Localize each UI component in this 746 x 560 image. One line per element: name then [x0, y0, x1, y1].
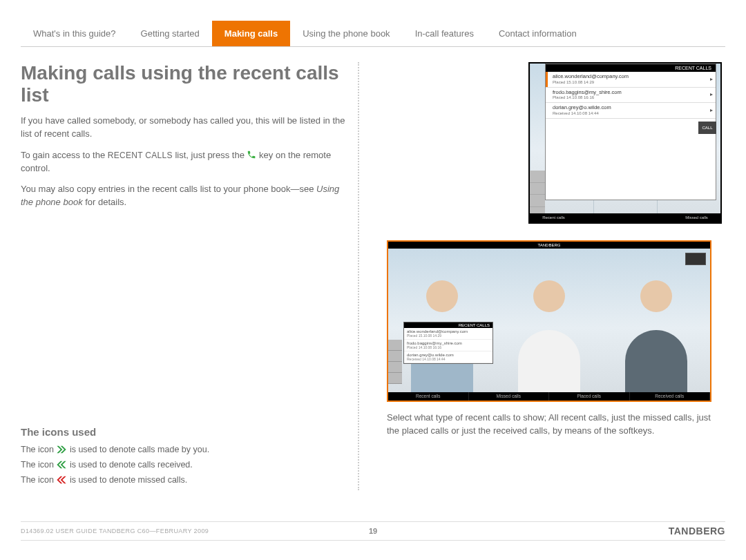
softkey[interactable]: Recent calls — [530, 213, 577, 222]
recent-calls-panel: RECENT CALLS alice.wonderland@company.co… — [545, 64, 716, 200]
tab-getting-started[interactable]: Getting started — [128, 21, 212, 46]
screenshot-recent-calls-menu: RECENT CALLS alice.wonderland@company.co… — [528, 62, 722, 224]
softkey[interactable]: Missed calls — [673, 213, 720, 222]
paragraph-intro: If you have called somebody, or somebody… — [21, 115, 351, 141]
screenshot-softkeys: TANDBERG RECENT CALLS alice.wonderland@c… — [387, 240, 711, 402]
icons-used-section: The icons used The icon is used to denot… — [21, 426, 344, 490]
icon-desc-placed: The icon is used to denote calls made by… — [21, 445, 344, 454]
tab-making-calls[interactable]: Making calls — [212, 21, 290, 46]
list-item[interactable]: alice.wonderland@company.com▸ Placed 15.… — [546, 72, 716, 88]
chevron-right-icon: ▸ — [710, 92, 713, 98]
softkey-missed[interactable]: Missed calls — [469, 391, 550, 400]
screenshot-caption: Select what type of recent calls to show… — [387, 412, 725, 438]
paragraph-access: To gain access to the RECENT CALLS list,… — [21, 149, 351, 175]
pip-window — [685, 253, 706, 265]
chevron-right-icon: ▸ — [710, 76, 713, 82]
chevron-right-icon: ▸ — [710, 107, 713, 113]
received-call-icon — [56, 460, 67, 470]
brand-logo: TANDBERG — [669, 525, 725, 537]
tab-phone-book[interactable]: Using the phone book — [290, 21, 402, 46]
icon-desc-missed: The icon is used to denote missed calls. — [21, 475, 344, 485]
list-item[interactable]: frodo.baggins@my_shire.comPlaced 14.10.0… — [404, 340, 492, 351]
brand-bar: TANDBERG — [388, 242, 710, 249]
panel-header: RECENT CALLS — [546, 64, 716, 72]
list-item[interactable]: alice.wonderland@company.comPlaced 15.10… — [404, 328, 492, 340]
missed-call-icon — [56, 475, 67, 485]
icons-used-heading: The icons used — [21, 426, 344, 438]
call-button[interactable]: CALL — [698, 122, 716, 134]
softkey-bar-highlighted: Recent calls Missed calls Placed calls R… — [387, 391, 711, 402]
list-item[interactable]: dorian.grey@o.wilde.com▸ Received 14.10.… — [546, 103, 716, 119]
sidebar-icons-small — [388, 340, 402, 384]
softkey-received[interactable]: Received calls — [630, 391, 711, 400]
page-title: Making calls using the recent calls list — [21, 62, 351, 106]
softkey-placed[interactable]: Placed calls — [549, 391, 630, 400]
page-number: 19 — [369, 527, 377, 535]
nav-tabs: What's in this guide? Getting started Ma… — [21, 21, 725, 47]
softkey[interactable] — [577, 213, 625, 222]
document-id: D14369.02 USER GUIDE TANDBERG C60—FEBRUA… — [21, 528, 209, 534]
softkey[interactable] — [625, 213, 673, 222]
paragraph-copy: You may also copy entries in the recent … — [21, 183, 351, 209]
icon-desc-received: The icon is used to denote calls receive… — [21, 460, 344, 470]
softkey-bar: Recent calls Missed calls — [530, 213, 720, 222]
tab-in-call[interactable]: In-call features — [403, 21, 486, 46]
softkey-recent[interactable]: Recent calls — [388, 391, 469, 400]
list-item[interactable]: dorian.grey@o.wilde.comReceived 14.10.08… — [404, 351, 492, 363]
recent-calls-mini-panel: RECENT CALLS alice.wonderland@company.co… — [403, 322, 493, 364]
list-item[interactable]: frodo.baggins@my_shire.com▸ Placed 14.10… — [546, 88, 716, 104]
page-footer: D14369.02 USER GUIDE TANDBERG C60—FEBRUA… — [21, 521, 725, 541]
tab-whats-in-guide[interactable]: What's in this guide? — [21, 21, 128, 46]
sidebar-icons — [530, 171, 545, 219]
placed-call-icon — [56, 445, 67, 454]
phone-green-icon — [247, 150, 256, 160]
tab-contact-info[interactable]: Contact information — [486, 21, 589, 46]
